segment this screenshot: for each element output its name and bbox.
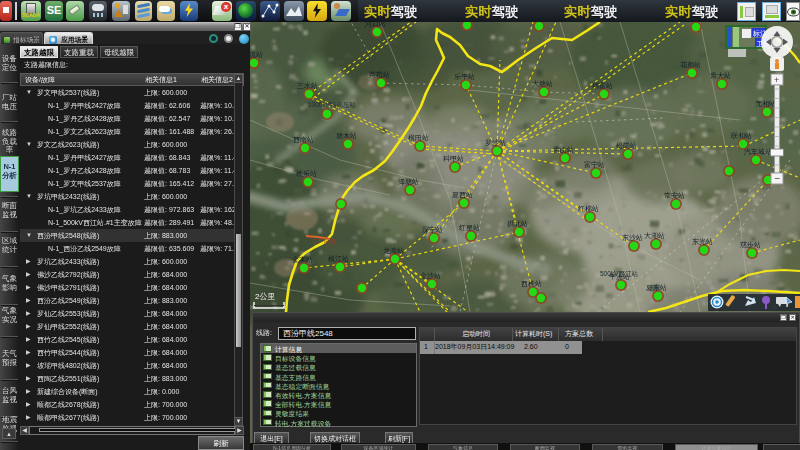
svg-text:东光站: 东光站 <box>692 238 713 246</box>
svg-text:1000kV特高压站: 1000kV特高压站 <box>308 101 357 109</box>
svg-text:拱北站: 拱北站 <box>507 220 528 228</box>
svg-text:无相站: 无相站 <box>755 100 776 108</box>
svg-text:深宁站: 深宁站 <box>422 226 443 234</box>
svg-text:芦苞站: 芦苞站 <box>369 71 390 79</box>
svg-text:汽车城站: 汽车城站 <box>744 148 772 156</box>
svg-text:夏东站: 夏东站 <box>646 284 667 292</box>
svg-text:罗沙站: 罗沙站 <box>485 139 506 147</box>
svg-text:横田站: 横田站 <box>408 134 429 142</box>
svg-text:横江站: 横江站 <box>328 255 349 263</box>
svg-text:三水站: 三水站 <box>297 82 318 90</box>
svg-text:金本站: 金本站 <box>292 256 313 264</box>
svg-text:夏西站: 夏西站 <box>452 191 473 199</box>
svg-text:金沙站: 金沙站 <box>420 272 441 280</box>
svg-text:青大站: 青大站 <box>710 72 731 80</box>
svg-text:红棉站: 红棉站 <box>578 205 599 213</box>
svg-text:500kV西江站: 500kV西江站 <box>600 270 638 278</box>
svg-text:富宁站: 富宁站 <box>584 160 605 169</box>
svg-text:塘木站: 塘木站 <box>335 132 357 140</box>
svg-text:西樵站: 西樵站 <box>521 280 542 288</box>
svg-text:常安站: 常安站 <box>664 192 685 200</box>
svg-text:科甲站: 科甲站 <box>443 155 464 163</box>
svg-text:青山站: 青山站 <box>553 146 574 154</box>
svg-text:大塘站: 大塘站 <box>532 80 553 88</box>
svg-text:二广高速: 二广高速 <box>312 237 336 244</box>
svg-text:泽塘站: 泽塘站 <box>398 178 419 186</box>
svg-text:慈步站: 慈步站 <box>740 241 761 249</box>
svg-text:松岗站: 松岗站 <box>616 142 637 150</box>
svg-text:联和站: 联和站 <box>731 132 752 140</box>
svg-text:+: + <box>774 75 779 85</box>
svg-text:精富站: 精富站 <box>592 81 613 90</box>
svg-text:红星站: 红星站 <box>459 224 480 232</box>
svg-text:龙湾站: 龙湾站 <box>383 247 404 255</box>
svg-text:乐平站: 乐平站 <box>454 73 475 81</box>
svg-text:勒流站: 勒流站 <box>250 51 263 59</box>
svg-text:樵乐站: 樵乐站 <box>296 170 317 178</box>
svg-text:大湖站: 大湖站 <box>644 232 665 240</box>
svg-text:东沙站: 东沙站 <box>622 234 643 242</box>
svg-text:花都站: 花都站 <box>680 61 701 69</box>
svg-text:−: − <box>775 173 781 184</box>
svg-text:2公里: 2公里 <box>255 292 275 301</box>
svg-text:西南站: 西南站 <box>293 136 314 144</box>
